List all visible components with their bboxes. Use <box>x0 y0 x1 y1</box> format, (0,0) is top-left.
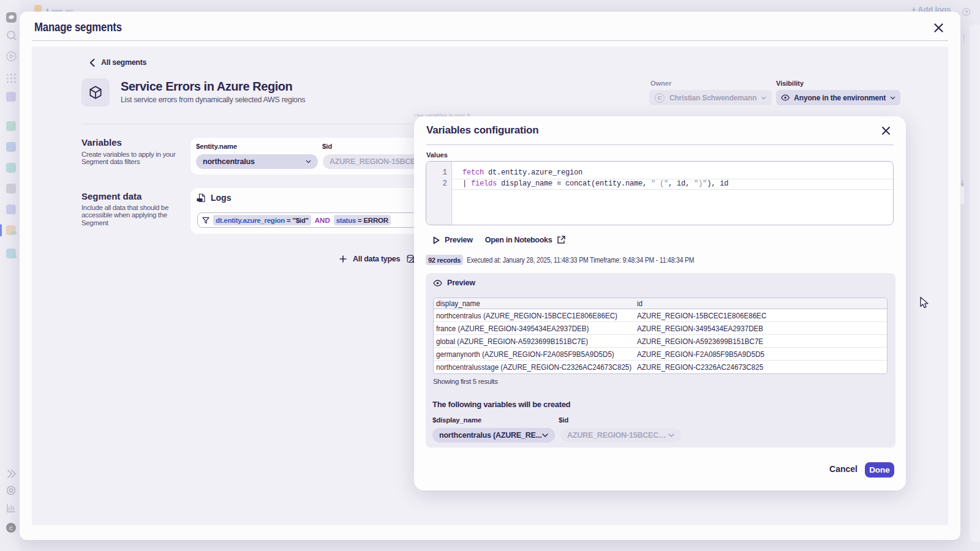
svg-text:LOG: LOG <box>197 198 202 201</box>
svg-text:C: C <box>9 525 13 531</box>
